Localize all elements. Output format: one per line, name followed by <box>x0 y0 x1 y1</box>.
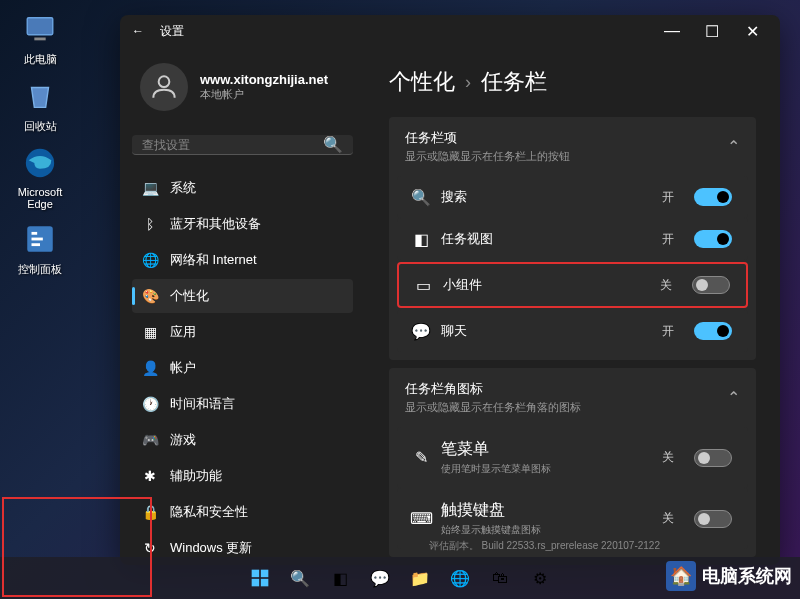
widgets-icon: ▭ <box>415 277 431 293</box>
toggle-row-chat: 💬聊天开 <box>397 310 748 352</box>
sidebar-item-label: 网络和 Internet <box>170 251 257 269</box>
taskbar-store[interactable]: 🛍 <box>482 560 518 596</box>
chevron-up-icon: ⌃ <box>727 388 740 407</box>
sidebar-item-label: 游戏 <box>170 431 196 449</box>
sidebar-item-bluetooth[interactable]: ᛒ蓝牙和其他设备 <box>132 207 353 241</box>
search-input[interactable] <box>142 138 323 152</box>
toggle-pen[interactable] <box>694 449 732 467</box>
taskbar-search[interactable]: 🔍 <box>282 560 318 596</box>
svg-rect-9 <box>261 570 269 578</box>
titlebar: ← 设置 — ☐ ✕ <box>120 15 780 47</box>
taskbar-edge[interactable]: 🌐 <box>442 560 478 596</box>
toggle-touchkb[interactable] <box>694 510 732 528</box>
sidebar-item-personalization[interactable]: 🎨个性化 <box>132 279 353 313</box>
avatar-icon <box>140 63 188 111</box>
toggle-row-pen: ✎笔菜单使用笔时显示笔菜单图标关 <box>397 427 748 488</box>
toggle-state: 开 <box>662 323 674 340</box>
sidebar-item-accounts[interactable]: 👤帐户 <box>132 351 353 385</box>
gaming-icon: 🎮 <box>142 432 158 448</box>
row-label: 笔菜单 <box>441 439 650 460</box>
search-icon: 🔍 <box>323 135 343 154</box>
maximize-button[interactable]: ☐ <box>692 17 732 45</box>
sidebar-item-network[interactable]: 🌐网络和 Internet <box>132 243 353 277</box>
sidebar-item-label: 辅助功能 <box>170 467 222 485</box>
close-button[interactable]: ✕ <box>732 17 772 45</box>
sidebar-item-label: 时间和语言 <box>170 395 235 413</box>
svg-rect-1 <box>34 38 45 41</box>
row-label: 触摸键盘 <box>441 500 650 521</box>
toggle-chat[interactable] <box>694 322 732 340</box>
sidebar: www.xitongzhijia.net 本地帐户 🔍 💻系统ᛒ蓝牙和其他设备🌐… <box>120 47 365 565</box>
row-label: 聊天 <box>441 322 650 340</box>
section-header[interactable]: 任务栏角图标 显示或隐藏显示在任务栏角落的图标 ⌃ <box>389 368 756 427</box>
pc-icon <box>21 10 59 48</box>
account-block[interactable]: www.xitongzhijia.net 本地帐户 <box>132 55 353 119</box>
section-taskbar-corner: 任务栏角图标 显示或隐藏显示在任务栏角落的图标 ⌃ ✎笔菜单使用笔时显示笔菜单图… <box>389 368 756 557</box>
toggle-state: 开 <box>662 189 674 206</box>
toggle-search[interactable] <box>694 188 732 206</box>
taskbar-chat[interactable]: 💬 <box>362 560 398 596</box>
sidebar-item-label: 隐私和安全性 <box>170 503 248 521</box>
account-type: 本地帐户 <box>200 87 328 102</box>
taskview-icon: ◧ <box>413 231 429 247</box>
toggle-row-taskview: ◧任务视图开 <box>397 218 748 260</box>
section-header[interactable]: 任务栏项 显示或隐藏显示在任务栏上的按钮 ⌃ <box>389 117 756 176</box>
toggle-row-search: 🔍搜索开 <box>397 176 748 218</box>
watermark: 🏠 电脑系统网 <box>666 561 792 591</box>
sidebar-item-apps[interactable]: ▦应用 <box>132 315 353 349</box>
toggle-row-widgets: ▭小组件关 <box>397 262 748 308</box>
desktop-icon-control[interactable]: 控制面板 <box>10 220 70 277</box>
sidebar-item-label: 帐户 <box>170 359 196 377</box>
sidebar-item-label: 个性化 <box>170 287 209 305</box>
network-icon: 🌐 <box>142 252 158 268</box>
breadcrumb-current: 任务栏 <box>481 67 547 97</box>
build-info: 评估副本。 Build 22533.rs_prerelease 220107-2… <box>429 539 660 553</box>
toggle-state: 关 <box>662 449 674 466</box>
svg-rect-6 <box>32 243 41 246</box>
personalization-icon: 🎨 <box>142 288 158 304</box>
minimize-button[interactable]: — <box>652 17 692 45</box>
sidebar-item-gaming[interactable]: 🎮游戏 <box>132 423 353 457</box>
desktop-icon-edge[interactable]: Microsoft Edge <box>10 144 70 210</box>
sidebar-item-label: Windows 更新 <box>170 539 252 557</box>
recycle-icon <box>21 77 59 115</box>
svg-rect-10 <box>252 579 259 587</box>
system-icon: 💻 <box>142 180 158 196</box>
section-taskbar-items: 任务栏项 显示或隐藏显示在任务栏上的按钮 ⌃ 🔍搜索开◧任务视图开▭小组件关💬聊… <box>389 117 756 360</box>
highlight-box-bottomleft <box>2 497 152 597</box>
toggle-taskview[interactable] <box>694 230 732 248</box>
apps-icon: ▦ <box>142 324 158 340</box>
sidebar-item-accessibility[interactable]: ✱辅助功能 <box>132 459 353 493</box>
row-label: 任务视图 <box>441 230 650 248</box>
sidebar-item-privacy[interactable]: 🔒隐私和安全性 <box>132 495 353 529</box>
taskbar-taskview[interactable]: ◧ <box>322 560 358 596</box>
start-button[interactable] <box>242 560 278 596</box>
sidebar-item-system[interactable]: 💻系统 <box>132 171 353 205</box>
toggle-widgets[interactable] <box>692 276 730 294</box>
row-desc: 始终显示触摸键盘图标 <box>441 523 650 537</box>
row-label: 搜索 <box>441 188 650 206</box>
time-icon: 🕐 <box>142 396 158 412</box>
chevron-right-icon: › <box>465 72 471 93</box>
svg-rect-0 <box>27 18 53 35</box>
row-desc: 使用笔时显示笔菜单图标 <box>441 462 650 476</box>
settings-window: ← 设置 — ☐ ✕ www.xitongzhijia.net 本地帐户 <box>120 15 780 565</box>
breadcrumb-parent[interactable]: 个性化 <box>389 67 455 97</box>
svg-rect-8 <box>252 570 259 578</box>
desktop-icon-pc[interactable]: 此电脑 <box>10 10 70 67</box>
account-name: www.xitongzhijia.net <box>200 72 328 87</box>
taskbar-explorer[interactable]: 📁 <box>402 560 438 596</box>
touchkb-icon: ⌨ <box>413 511 429 527</box>
accounts-icon: 👤 <box>142 360 158 376</box>
svg-rect-5 <box>32 238 43 241</box>
edge-icon <box>21 144 59 182</box>
watermark-logo-icon: 🏠 <box>666 561 696 591</box>
search-box[interactable]: 🔍 <box>132 135 353 155</box>
desktop-icon-recycle[interactable]: 回收站 <box>10 77 70 134</box>
svg-rect-4 <box>32 232 38 235</box>
taskbar-settings[interactable]: ⚙ <box>522 560 558 596</box>
window-title: 设置 <box>160 23 184 40</box>
back-button[interactable]: ← <box>128 21 148 41</box>
sidebar-item-time[interactable]: 🕐时间和语言 <box>132 387 353 421</box>
chevron-up-icon: ⌃ <box>727 137 740 156</box>
